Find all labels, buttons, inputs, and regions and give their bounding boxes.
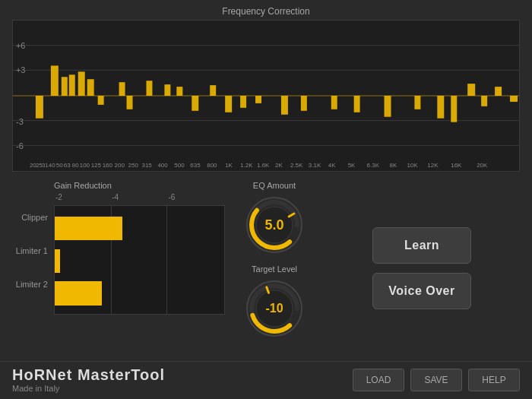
svg-text:-3: -3	[16, 117, 24, 126]
svg-rect-18	[98, 96, 104, 105]
svg-text:1.2K: 1.2K	[240, 162, 253, 169]
svg-rect-32	[481, 96, 487, 106]
svg-rect-5	[51, 65, 59, 96]
svg-rect-20	[192, 96, 198, 111]
limiter1-label: Limiter 1	[12, 246, 54, 255]
svg-text:3.1K: 3.1K	[309, 162, 321, 169]
svg-rect-7	[69, 74, 75, 96]
svg-text:5K: 5K	[348, 162, 356, 169]
svg-rect-11	[146, 81, 152, 96]
gr-scale-0: -2	[54, 193, 110, 205]
brand-area: HoRNet MasterTool Made in Italy	[12, 366, 165, 393]
vline-2	[166, 206, 167, 314]
target-level-knob[interactable]: -10	[244, 278, 305, 339]
svg-rect-19	[127, 96, 133, 109]
svg-rect-33	[510, 96, 518, 102]
svg-rect-23	[255, 96, 261, 103]
svg-rect-12	[164, 84, 170, 96]
svg-text:4K: 4K	[328, 162, 336, 169]
chart-container: +6 +3 -3 -6 20 25 31 40 50 63 80 100 125…	[12, 20, 520, 172]
svg-rect-8	[78, 71, 85, 96]
svg-rect-16	[495, 87, 502, 96]
footer: HoRNet MasterTool Made in Italy LOAD SAV…	[0, 361, 532, 399]
svg-rect-10	[119, 82, 125, 96]
eq-amount-label: EQ Amount	[253, 181, 296, 190]
learn-button[interactable]: Learn	[372, 227, 471, 264]
svg-rect-13	[176, 87, 182, 96]
svg-text:160: 160	[103, 162, 113, 169]
gain-reduction-title: Gain Reduction	[54, 181, 225, 190]
svg-text:63: 63	[64, 162, 71, 169]
svg-text:80: 80	[72, 162, 79, 169]
svg-rect-9	[87, 79, 94, 96]
limiter1-bar	[55, 249, 60, 273]
svg-text:50: 50	[56, 162, 63, 169]
svg-text:2.5K: 2.5K	[290, 162, 303, 169]
svg-rect-28	[385, 96, 391, 117]
svg-text:6.3K: 6.3K	[367, 162, 380, 169]
limiter2-label: Limiter 2	[12, 280, 54, 289]
svg-point-72	[256, 207, 293, 243]
svg-text:1.6K: 1.6K	[257, 162, 270, 169]
svg-rect-22	[240, 96, 246, 108]
eq-amount-knob[interactable]: 5.0	[244, 195, 305, 255]
svg-text:100: 100	[80, 162, 90, 169]
svg-rect-14	[210, 85, 216, 96]
app-container: Frequency Correction	[0, 0, 532, 399]
save-button[interactable]: SAVE	[410, 369, 462, 391]
svg-text:2K: 2K	[275, 162, 283, 169]
gr-scale-1: -4	[110, 193, 166, 205]
svg-rect-24	[281, 96, 288, 115]
load-button[interactable]: LOAD	[353, 369, 404, 391]
svg-text:800: 800	[207, 162, 217, 169]
knob-section: EQ Amount 5.0 Target Level	[233, 181, 316, 355]
eq-amount-knob-svg	[244, 195, 305, 255]
eq-section: Frequency Correction	[0, 0, 532, 175]
svg-text:1K: 1K	[225, 162, 233, 169]
svg-point-77	[256, 290, 293, 327]
svg-text:+6: +6	[16, 41, 25, 50]
svg-rect-25	[301, 96, 307, 111]
bottom-section: Gain Reduction Clipper Limiter 1 Limiter…	[0, 175, 532, 361]
svg-text:-6: -6	[16, 141, 24, 150]
svg-text:500: 500	[174, 162, 185, 169]
svg-rect-21	[225, 96, 232, 112]
svg-text:40: 40	[49, 162, 55, 169]
svg-text:315: 315	[141, 162, 152, 169]
svg-text:400: 400	[157, 162, 168, 169]
limiter2-bar	[55, 281, 102, 305]
svg-rect-27	[354, 96, 360, 112]
svg-text:16K: 16K	[451, 162, 462, 169]
svg-text:8K: 8K	[390, 162, 397, 169]
svg-rect-31	[451, 96, 457, 122]
svg-rect-26	[331, 96, 337, 109]
svg-text:20K: 20K	[477, 162, 488, 169]
clipper-bar	[55, 217, 122, 240]
help-button[interactable]: HELP	[468, 369, 520, 391]
target-level-knob-svg	[244, 278, 305, 339]
brand-subtitle: Made in Italy	[12, 384, 165, 393]
svg-rect-6	[62, 77, 68, 96]
svg-text:635: 635	[190, 162, 201, 169]
svg-rect-17	[36, 96, 43, 119]
svg-rect-29	[414, 96, 420, 109]
gr-scale-2: -6	[167, 193, 223, 205]
gr-labels: Clipper Limiter 1 Limiter 2	[12, 193, 54, 315]
svg-text:200: 200	[115, 162, 125, 169]
voice-over-button[interactable]: Voice Over	[372, 273, 471, 309]
svg-text:10K: 10K	[407, 162, 418, 169]
brand-title: HoRNet MasterTool	[12, 366, 165, 384]
svg-text:250: 250	[128, 162, 139, 169]
svg-rect-15	[467, 84, 475, 96]
clipper-label: Clipper	[12, 213, 54, 222]
chart-title: Frequency Correction	[12, 6, 520, 17]
svg-text:+3: +3	[16, 65, 25, 74]
svg-text:12K: 12K	[427, 162, 439, 169]
buttons-section: Learn Voice Over	[324, 181, 520, 355]
target-level-label: Target Level	[252, 264, 297, 274]
svg-text:125: 125	[91, 162, 102, 169]
footer-buttons: LOAD SAVE HELP	[353, 369, 520, 391]
eq-chart-svg: +6 +3 -3 -6 20 25 31 40 50 63 80 100 125…	[13, 21, 519, 171]
svg-rect-30	[437, 96, 444, 119]
gain-reduction-area: Gain Reduction Clipper Limiter 1 Limiter…	[12, 181, 225, 355]
